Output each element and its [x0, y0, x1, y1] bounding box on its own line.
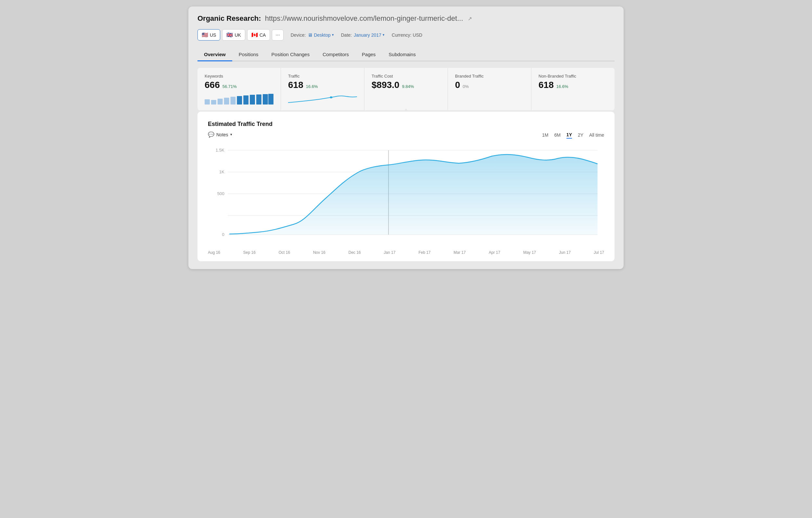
country-label-ca: CA [260, 32, 266, 38]
time-btn-2y[interactable]: 2Y [578, 132, 583, 138]
device-dropdown[interactable]: 🖥 Desktop ▾ [308, 32, 334, 38]
page-title: Organic Research: [198, 14, 261, 23]
x-label-jul17: Jul 17 [594, 250, 604, 255]
tab-competitors[interactable]: Competitors [316, 48, 355, 61]
external-link-icon[interactable]: ↗ [468, 16, 472, 22]
traffic-change: 16.6% [306, 84, 318, 89]
metrics-cards: Keywords 666 56.71% [198, 68, 614, 110]
svg-point-11 [330, 96, 332, 98]
branded-traffic-value: 0 [455, 80, 460, 90]
x-label-nov16: Nov 16 [313, 250, 325, 255]
country-label-us: US [210, 32, 216, 38]
keywords-label: Keywords [205, 74, 273, 79]
notes-label: Notes [216, 132, 228, 137]
chart-area: 1.5K 1K 500 0 [208, 144, 604, 248]
svg-rect-10 [268, 94, 273, 104]
svg-text:1K: 1K [219, 170, 225, 174]
time-btn-1m[interactable]: 1M [542, 132, 548, 138]
uk-flag-icon: 🇬🇧 [226, 32, 233, 38]
device-chevron-icon: ▾ [332, 33, 334, 37]
svg-text:500: 500 [217, 191, 225, 196]
traffic-cost-label: Traffic Cost [372, 74, 440, 79]
x-label-may17: May 17 [523, 250, 536, 255]
non-branded-traffic-label: Non-Branded Traffic [539, 74, 607, 79]
device-value: Desktop [314, 32, 330, 38]
date-label: Date: [341, 32, 352, 38]
x-label-feb17: Feb 17 [418, 250, 430, 255]
metric-traffic: Traffic 618 16.6% [281, 68, 365, 110]
branded-traffic-label: Branded Traffic [455, 74, 524, 79]
ca-flag-icon: 🇨🇦 [252, 32, 258, 38]
x-axis-labels: Aug 16 Sep 16 Oct 16 Nov 16 Dec 16 Jan 1… [208, 248, 604, 255]
traffic-cost-value: $893.0 [372, 80, 400, 90]
keywords-change: 56.71% [223, 84, 237, 89]
branded-traffic-change: 0% [463, 84, 469, 89]
svg-rect-4 [231, 97, 236, 104]
tab-position-changes[interactable]: Position Changes [265, 48, 316, 61]
country-label-uk: UK [234, 32, 241, 38]
x-label-oct16: Oct 16 [279, 250, 290, 255]
chart-title: Estimated Traffic Trend [208, 121, 604, 127]
metric-branded-traffic: Branded Traffic 0 0% [448, 68, 531, 110]
non-branded-traffic-change: 16.6% [556, 84, 569, 89]
traffic-value: 618 [288, 80, 303, 90]
notes-icon: 💬 [208, 131, 214, 138]
svg-rect-3 [224, 98, 229, 104]
svg-rect-8 [256, 94, 261, 104]
notes-chevron-icon: ▾ [230, 132, 232, 136]
traffic-label: Traffic [288, 74, 357, 79]
tab-overview[interactable]: Overview [198, 48, 232, 61]
svg-rect-2 [218, 99, 223, 104]
controls-row: 🇺🇸 US 🇬🇧 UK 🇨🇦 CA ··· Device: 🖥 Desktop … [198, 29, 614, 40]
chart-header: 💬 Notes ▾ 1M 6M 1Y 2Y All time [208, 131, 604, 139]
svg-rect-5 [237, 96, 242, 104]
x-label-jan17: Jan 17 [384, 250, 396, 255]
x-label-jun17: Jun 17 [559, 250, 571, 255]
country-btn-us[interactable]: 🇺🇸 US [198, 29, 220, 40]
chart-section: Estimated Traffic Trend 💬 Notes ▾ 1M 6M … [198, 112, 614, 261]
x-label-apr17: Apr 17 [489, 250, 500, 255]
svg-text:0: 0 [222, 232, 224, 237]
more-options-button[interactable]: ··· [272, 30, 283, 40]
page-url: https://www.nourishmovelove.com/lemon-gi… [265, 14, 463, 23]
traffic-chart-svg: 1.5K 1K 500 0 [208, 144, 604, 248]
time-btn-all-time[interactable]: All time [589, 132, 604, 138]
time-btn-1y[interactable]: 1Y [567, 131, 572, 139]
x-label-dec16: Dec 16 [349, 250, 361, 255]
non-branded-traffic-value: 618 [539, 80, 554, 90]
device-icon: 🖥 [308, 32, 313, 38]
keywords-mini-chart [205, 93, 273, 104]
x-label-sep16: Sep 16 [243, 250, 256, 255]
metric-traffic-cost: Traffic Cost $893.0 9.84% [365, 68, 448, 110]
traffic-mini-chart [288, 93, 357, 104]
time-range-buttons: 1M 6M 1Y 2Y All time [542, 131, 604, 139]
date-dropdown[interactable]: January 2017 ▾ [354, 32, 384, 38]
nav-tabs: Overview Positions Position Changes Comp… [198, 48, 614, 61]
metric-keywords: Keywords 666 56.71% [198, 68, 281, 110]
x-label-aug16: Aug 16 [208, 250, 220, 255]
traffic-cost-change: 9.84% [402, 84, 414, 89]
time-btn-6m[interactable]: 6M [554, 132, 560, 138]
svg-rect-7 [250, 95, 255, 104]
svg-rect-1 [211, 100, 216, 104]
metric-non-branded-traffic: Non-Branded Traffic 618 16.6% [531, 68, 614, 110]
currency-label: Currency: USD [392, 32, 422, 38]
tab-pages[interactable]: Pages [355, 48, 382, 61]
x-label-mar17: Mar 17 [454, 250, 466, 255]
chart-triangle [403, 109, 409, 112]
metrics-bar: Keywords 666 56.71% [198, 68, 614, 110]
device-label: Device: [291, 32, 306, 38]
country-btn-ca[interactable]: 🇨🇦 CA [247, 29, 270, 40]
notes-button[interactable]: 💬 Notes ▾ [208, 131, 232, 138]
date-value: January 2017 [354, 32, 381, 38]
svg-text:1.5K: 1.5K [216, 148, 225, 153]
main-container: Organic Research: https://www.nourishmov… [188, 6, 624, 269]
us-flag-icon: 🇺🇸 [202, 32, 208, 38]
svg-rect-9 [263, 94, 268, 104]
tab-positions[interactable]: Positions [232, 48, 265, 61]
tab-subdomains[interactable]: Subdomains [382, 48, 422, 61]
keywords-value: 666 [205, 80, 220, 90]
svg-rect-6 [243, 95, 249, 104]
header-row: Organic Research: https://www.nourishmov… [198, 14, 614, 23]
country-btn-uk[interactable]: 🇬🇧 UK [222, 29, 245, 40]
